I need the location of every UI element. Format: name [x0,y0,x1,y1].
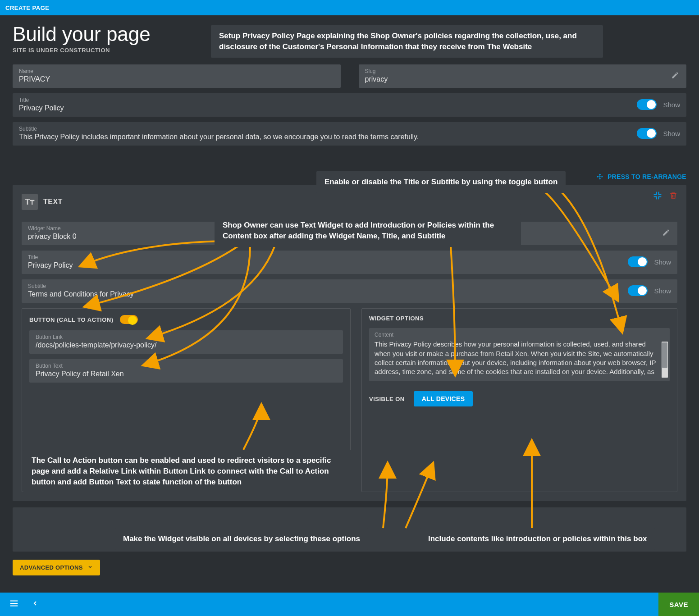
widget-type-label: TEXT [43,198,63,206]
subtitle-value[interactable]: This Privacy Policy includes important i… [19,133,637,141]
widget-title-toggle-label: Show [654,258,671,266]
button-link-value: /docs/policies-template/privacy-policy/ [36,341,337,349]
callout-visible: Make the Widget visible on all devices b… [115,528,368,550]
subtitle-label: Subtitle [19,126,637,132]
advanced-options-label: ADVANCED OPTIONS [20,564,83,571]
button-text-label: Button Text [36,363,337,369]
slug-value: privacy [365,75,681,83]
callout-setup: Setup Privacy Policy Page explaining the… [211,25,603,58]
page-construction-note: SITE IS UNDER CONSTRUCTION [13,47,151,54]
menu-icon[interactable] [9,598,19,610]
top-bar-label: CREATE PAGE [5,5,49,11]
bottom-bar: SAVE [0,593,699,616]
advanced-options-button[interactable]: ADVANCED OPTIONS [13,560,100,575]
content-scrollbar[interactable] [662,342,668,378]
widget-subtitle-row: Subtitle Terms and Conditions for Privac… [22,279,677,303]
page-title: Build your page [13,23,151,45]
rearrange-link[interactable]: PRESS TO RE-ARRANGE [597,173,686,180]
pencil-icon[interactable] [671,71,679,81]
title-value[interactable]: Privacy Policy [19,104,637,112]
callout-cta: The Call to Action button can be enabled… [23,450,352,493]
callout-widget: Shop Owner can use Text Widget to add In… [215,214,521,247]
widget-subtitle-toggle[interactable] [628,285,648,296]
subtitle-toggle-label: Show [663,130,680,137]
widget-options-header: WIDGET OPTIONS [369,315,670,322]
text-widget-icon: Tᴛ [22,194,38,210]
name-value: PRIVACY [19,75,334,83]
chevron-down-icon [87,564,93,571]
slug-label: Slug [365,68,681,74]
button-text-field[interactable]: Button Text Privacy Policy of Retail Xen [29,359,343,383]
widget-title-value[interactable]: Privacy Policy [28,261,628,269]
title-toggle-label: Show [663,101,680,109]
widget-title-toggle[interactable] [628,256,648,267]
back-icon[interactable] [32,600,39,609]
title-toggle[interactable] [637,99,657,110]
button-text-value: Privacy Policy of Retail Xen [36,370,337,378]
callout-toggle: Enable or disable the Title or Subtitle … [316,171,566,193]
trash-icon[interactable] [669,192,677,201]
callout-content: Include contents like introduction or po… [420,528,655,550]
content-field[interactable]: Content This Privacy Policy describes ho… [369,328,670,381]
subtitle-row: Subtitle This Privacy Policy includes im… [13,122,686,146]
name-label: Name [19,68,334,74]
subtitle-toggle[interactable] [637,128,657,139]
widget-subtitle-toggle-label: Show [654,287,671,295]
cta-toggle[interactable] [120,315,138,324]
name-field[interactable]: Name PRIVACY [13,64,341,88]
widget-title-label: Title [28,254,628,260]
title-label: Title [19,97,637,103]
button-link-field[interactable]: Button Link /docs/policies-template/priv… [29,330,343,354]
widget-subtitle-value[interactable]: Terms and Conditions for Privacy [28,290,628,298]
button-link-label: Button Link [36,334,337,340]
text-icon-glyph: Tᴛ [25,197,35,207]
move-icon [597,174,605,181]
all-devices-button[interactable]: ALL DEVICES [414,391,473,406]
content-label: Content [375,332,664,338]
slug-field[interactable]: Slug privacy [359,64,687,88]
widget-options-panel: WIDGET OPTIONS Content This Privacy Poli… [361,308,677,492]
cta-header-label: BUTTON (CALL TO ACTION) [29,316,114,323]
widget-title-row: Title Privacy Policy Show [22,251,677,274]
save-button[interactable]: SAVE [658,593,699,616]
top-bar: CREATE PAGE [0,0,699,15]
rearrange-label: PRESS TO RE-ARRANGE [608,173,686,180]
content-value: This Privacy Policy describes how your p… [375,340,664,378]
visible-on-label: VISIBLE ON [369,396,405,402]
pencil-icon[interactable] [662,228,670,238]
widget-subtitle-label: Subtitle [28,283,628,289]
title-row: Title Privacy Policy Show [13,93,686,117]
save-label: SAVE [669,601,688,608]
collapse-icon[interactable] [653,191,662,202]
